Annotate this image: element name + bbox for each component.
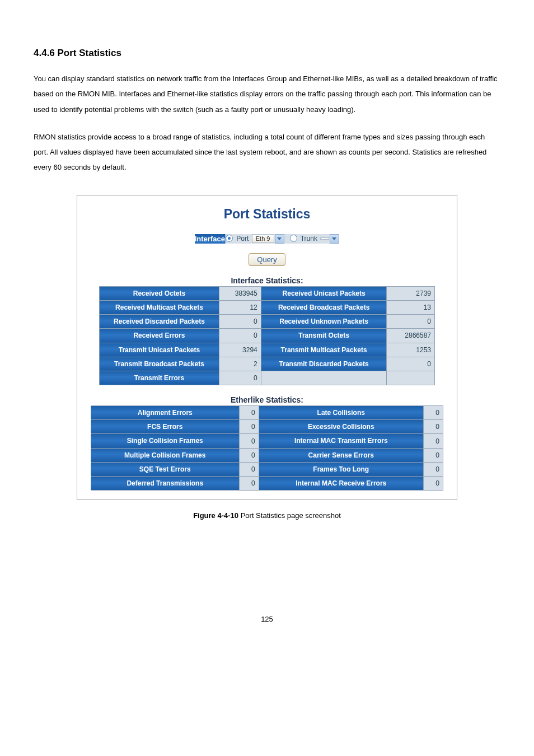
- stat-label: Received Multicast Packets: [100, 300, 219, 314]
- query-button[interactable]: Query: [249, 253, 285, 266]
- stat-label: Received Discarded Packets: [100, 315, 219, 329]
- interface-stats-table: Received Octets 383945 Received Unicast …: [99, 286, 435, 385]
- chevron-down-icon[interactable]: [330, 234, 339, 244]
- screenshot-figure: Port Statistics Interface Port Eth 9 Tru…: [77, 195, 457, 500]
- stat-label: Frames Too Long: [259, 462, 423, 476]
- empty-cell: [387, 371, 435, 385]
- stat-label: Alignment Errors: [91, 406, 240, 420]
- stat-label: Received Broadcast Packets: [261, 300, 387, 314]
- interface-label: Interface: [195, 234, 226, 244]
- empty-cell: [261, 371, 387, 385]
- stat-value: 0: [387, 357, 435, 371]
- page-title: Port Statistics: [85, 207, 449, 222]
- stat-label: Transmit Discarded Packets: [261, 357, 387, 371]
- stat-label: Deferred Transmissions: [91, 477, 240, 491]
- stat-value: 0: [239, 448, 259, 462]
- stat-label: Late Collisions: [259, 406, 423, 420]
- stat-label: Received Unicast Packets: [261, 286, 387, 300]
- stat-value: 2866587: [387, 329, 435, 343]
- stat-value: 0: [219, 371, 261, 385]
- port-radio-label: Port: [236, 234, 249, 242]
- stat-value: 383945: [219, 286, 261, 300]
- trunk-radio-label: Trunk: [301, 234, 317, 242]
- stat-value: 13: [387, 300, 435, 314]
- stat-value: 0: [239, 434, 259, 448]
- stat-label: Transmit Octets: [261, 329, 387, 343]
- etherlike-stats-table: Alignment Errors 0 Late Collisions 0 FCS…: [91, 405, 443, 491]
- stat-label: Internal MAC Receive Errors: [259, 477, 423, 491]
- stat-value: 2739: [387, 286, 435, 300]
- interface-stats-heading: Interface Statistics:: [85, 276, 449, 285]
- stat-label: Excessive Collisions: [259, 420, 423, 434]
- caption-text: Port Statistics page screenshot: [238, 511, 341, 520]
- stat-value: 0: [387, 315, 435, 329]
- stat-label: Received Unknown Packets: [261, 315, 387, 329]
- intro-paragraph-1: You can display standard statistics on n…: [34, 71, 500, 117]
- stat-label: Transmit Broadcast Packets: [100, 357, 219, 371]
- chevron-down-icon[interactable]: [275, 234, 284, 244]
- page-number: 125: [34, 615, 500, 623]
- port-select[interactable]: Eth 9: [252, 234, 274, 243]
- stat-label: Transmit Errors: [100, 371, 219, 385]
- section-heading: 4.4.6 Port Statistics: [34, 48, 500, 59]
- stat-value: 0: [239, 406, 259, 420]
- stat-label: FCS Errors: [91, 420, 240, 434]
- trunk-select[interactable]: [320, 237, 329, 240]
- stat-value: 3294: [219, 343, 261, 357]
- stat-value: 0: [239, 420, 259, 434]
- stat-value: 0: [423, 406, 443, 420]
- stat-label: SQE Test Errors: [91, 462, 240, 476]
- etherlike-stats-heading: Etherlike Statistics:: [85, 395, 449, 404]
- stat-value: 0: [239, 477, 259, 491]
- stat-value: 0: [423, 448, 443, 462]
- figure-caption: Figure 4-4-10 Port Statistics page scree…: [34, 511, 500, 520]
- port-radio[interactable]: [226, 235, 233, 242]
- trunk-radio[interactable]: [290, 235, 297, 242]
- stat-label: Internal MAC Transmit Errors: [259, 434, 423, 448]
- stat-value: 1253: [387, 343, 435, 357]
- stat-value: 0: [423, 477, 443, 491]
- stat-value: 0: [423, 434, 443, 448]
- interface-selector-bar: Interface Port Eth 9 Trunk: [195, 234, 340, 244]
- stat-label: Single Collision Frames: [91, 434, 240, 448]
- stat-value: 0: [219, 329, 261, 343]
- stat-value: 0: [423, 420, 443, 434]
- stat-value: 2: [219, 357, 261, 371]
- stat-label: Transmit Multicast Packets: [261, 343, 387, 357]
- stat-label: Multiple Collision Frames: [91, 448, 240, 462]
- stat-value: 12: [219, 300, 261, 314]
- stat-label: Carrier Sense Errors: [259, 448, 423, 462]
- stat-value: 0: [423, 462, 443, 476]
- caption-bold: Figure 4-4-10: [193, 511, 238, 520]
- stat-label: Received Errors: [100, 329, 219, 343]
- stat-value: 0: [219, 315, 261, 329]
- stat-label: Transmit Unicast Packets: [100, 343, 219, 357]
- stat-label: Received Octets: [100, 286, 219, 300]
- intro-paragraph-2: RMON statistics provide access to a broa…: [34, 129, 500, 175]
- stat-value: 0: [239, 462, 259, 476]
